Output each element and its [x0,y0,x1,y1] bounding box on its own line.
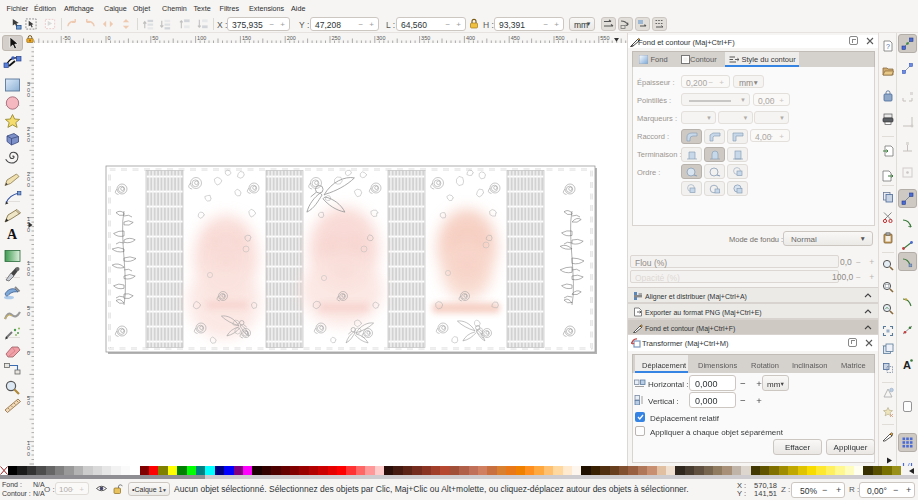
svg-text:0: 0 [27,350,30,356]
svg-text:300: 300 [376,35,385,41]
svg-text:A: A [7,227,18,242]
svg-text:0: 0 [27,92,30,98]
svg-text:A: A [903,359,911,371]
svg-text:400: 400 [466,35,475,41]
svg-text:550: 550 [600,35,609,41]
svg-text:100: 100 [197,35,206,41]
svg-text:0: 0 [27,400,30,406]
svg-text:0: 0 [27,271,30,277]
svg-text:350: 350 [421,35,430,41]
svg-text:?: ? [886,43,890,50]
svg-text:450: 450 [511,35,520,41]
svg-text:150: 150 [242,35,251,41]
svg-text:500: 500 [556,35,565,41]
svg-text:-50: -50 [63,35,71,41]
svg-text:0: 0 [27,451,30,457]
svg-text:0: 0 [108,35,111,41]
svg-text:0: 0 [27,182,30,188]
svg-text:0: 0 [27,137,30,143]
svg-text:50: 50 [152,35,158,41]
svg-text:0: 0 [27,311,30,317]
svg-text:200: 200 [287,35,296,41]
svg-text:250: 250 [332,35,341,41]
